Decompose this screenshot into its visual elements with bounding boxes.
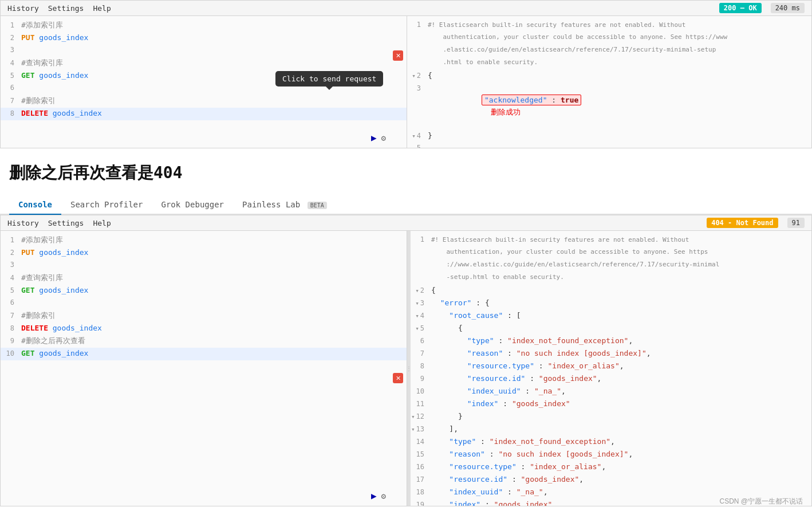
close-button-top[interactable]: ✕ <box>393 50 403 61</box>
top-left-pane[interactable]: 1 #添加索引库 2 PUT goods_index 3 4 #查询索引库 5 <box>1 16 407 148</box>
bot-line-10: 10 GET goods_index <box>1 348 407 360</box>
bot-line-7: 7 #删除索引 <box>1 310 407 323</box>
tab-painless-lab[interactable]: Painless Lab BETA <box>233 195 336 215</box>
bottom-panel: History Settings Help 404 - Not Found 91… <box>0 215 812 506</box>
br-line-1b: authentication, your cluster could be ac… <box>411 247 811 260</box>
bot-line-9: 9 #删除之后再次查看 <box>1 335 407 348</box>
watermark: CSDN @宁愿一生都不说话 <box>719 497 803 506</box>
br-line-9: 9 "resource.id" : "goods_index", <box>411 373 811 386</box>
tab-bar: Console Search Profiler Grok Debugger Pa… <box>0 195 812 215</box>
help-menu-bottom[interactable]: Help <box>93 219 111 227</box>
br-line-7: 7 "reason" : "no such index [goods_index… <box>411 348 811 360</box>
top-line-2: 2 PUT goods_index <box>1 32 407 45</box>
top-response-viewer: 1 #! Elasticsearch built-in security fea… <box>407 16 811 148</box>
br-line-2: ▾2 { <box>411 285 811 297</box>
resp-top-line-5: 5 <box>407 143 811 148</box>
bottom-left-pane[interactable]: 1 #添加索引库 2 PUT goods_index 3 4 #查询索引库 5 <box>1 231 407 506</box>
top-line-7: 7 #删除索引 <box>1 95 407 108</box>
bottom-editor-area: 1 #添加索引库 2 PUT goods_index 3 4 #查询索引库 5 <box>1 231 811 506</box>
run-btn-area-bottom: ▶ ⚙ <box>371 490 386 501</box>
br-line-1d: -setup.html to enable security. <box>411 272 811 285</box>
send-request-tooltip-top: Click to send request <box>275 71 383 87</box>
history-menu-top[interactable]: History <box>7 4 39 13</box>
br-line-4: ▾4 "root_cause" : [ <box>411 310 811 323</box>
br-line-15: 15 "reason" : "no such index [goods_inde… <box>411 449 811 461</box>
status-ok-badge: 200 – OK <box>719 3 762 13</box>
section-heading: 删除之后再次查看是404 <box>0 148 812 195</box>
br-line-1: 1 #! Elasticsearch built-in security fea… <box>411 234 811 247</box>
br-line-10: 10 "index_uuid" : "_na_", <box>411 386 811 398</box>
bottom-response-viewer: 1 #! Elasticsearch built-in security fea… <box>411 231 811 506</box>
run-button-bottom[interactable]: ▶ <box>371 490 377 501</box>
top-line-4: 4 #查询索引库 <box>1 57 407 70</box>
bot-line-4: 4 #查询索引库 <box>1 272 407 285</box>
tab-search-profiler[interactable]: Search Profiler <box>61 195 152 215</box>
bot-line-2: 2 PUT goods_index <box>1 247 407 260</box>
resp-top-line-2: ▾2 { <box>407 70 811 82</box>
resp-top-line-4: ▾4 } <box>407 130 811 143</box>
time-badge-bottom: 91 <box>787 218 805 228</box>
bot-line-3: 3 <box>1 260 407 272</box>
top-line-1: 1 #添加索引库 <box>1 19 407 32</box>
br-line-16: 16 "resource.type" : "index_or_alias", <box>411 461 811 474</box>
top-toolbar: History Settings Help 200 – OK 240 ms <box>1 1 811 16</box>
bottom-right-pane: 1 #! Elasticsearch built-in security fea… <box>411 231 811 506</box>
top-right-pane: 1 #! Elasticsearch built-in security fea… <box>407 16 811 148</box>
br-line-3: ▾3 "error" : { <box>411 297 811 310</box>
bot-line-5: 5 GET goods_index <box>1 285 407 297</box>
resp-top-line-3: 3 "acknowledged" : true 删除成功 <box>407 82 811 130</box>
br-line-11: 11 "index" : "goods_index" <box>411 398 811 411</box>
wrench-button-top[interactable]: ⚙ <box>381 133 386 143</box>
resp-top-line-1: 1 #! Elasticsearch built-in security fea… <box>407 19 811 32</box>
help-menu-top[interactable]: Help <box>93 4 111 13</box>
bottom-request-editor[interactable]: 1 #添加索引库 2 PUT goods_index 3 4 #查询索引库 5 <box>1 231 407 506</box>
br-line-1c: ://www.elastic.co/guide/en/elasticsearch… <box>411 260 811 272</box>
resp-top-line-1d: .html to enable security. <box>407 57 811 70</box>
close-button-bottom[interactable]: ✕ <box>393 373 403 383</box>
br-line-13: ▾13 ], <box>411 423 811 436</box>
beta-badge: BETA <box>308 202 327 209</box>
tab-console[interactable]: Console <box>9 195 61 215</box>
resp-top-line-1b: authentication, your cluster could be ac… <box>407 32 811 45</box>
bot-line-1: 1 #添加索引库 <box>1 234 407 247</box>
br-line-12: ▾12 } <box>411 411 811 423</box>
br-line-5: ▾5 { <box>411 323 811 335</box>
time-badge-top: 240 ms <box>771 3 805 13</box>
run-button-top[interactable]: ▶ <box>371 132 377 143</box>
tab-grok-debugger[interactable]: Grok Debugger <box>152 195 233 215</box>
run-btn-area-top: ▶ ⚙ <box>371 132 386 143</box>
top-panel: History Settings Help 200 – OK 240 ms 1 … <box>0 0 812 148</box>
settings-menu-top[interactable]: Settings <box>48 4 84 13</box>
top-line-3: 3 <box>1 45 407 57</box>
top-line-8: 8 DELETE goods_index <box>1 108 407 120</box>
br-line-6: 6 "type" : "index_not_found_exception", <box>411 335 811 348</box>
history-menu-bottom[interactable]: History <box>7 219 39 227</box>
top-editor-area: 1 #添加索引库 2 PUT goods_index 3 4 #查询索引库 5 <box>1 16 811 148</box>
bot-line-6: 6 <box>1 297 407 310</box>
br-line-17: 17 "resource.id" : "goods_index", <box>411 474 811 486</box>
bot-line-8: 8 DELETE goods_index <box>1 323 407 335</box>
br-line-8: 8 "resource.type" : "index_or_alias", <box>411 360 811 373</box>
br-line-14: 14 "type" : "index_not_found_exception", <box>411 436 811 449</box>
resp-top-line-1c: .elastic.co/guide/en/elasticsearch/refer… <box>407 45 811 57</box>
wrench-button-bottom[interactable]: ⚙ <box>381 492 386 501</box>
status-404-badge: 404 - Not Found <box>707 218 778 228</box>
bottom-toolbar: History Settings Help 404 - Not Found 91 <box>1 215 811 231</box>
settings-menu-bottom[interactable]: Settings <box>48 219 84 227</box>
